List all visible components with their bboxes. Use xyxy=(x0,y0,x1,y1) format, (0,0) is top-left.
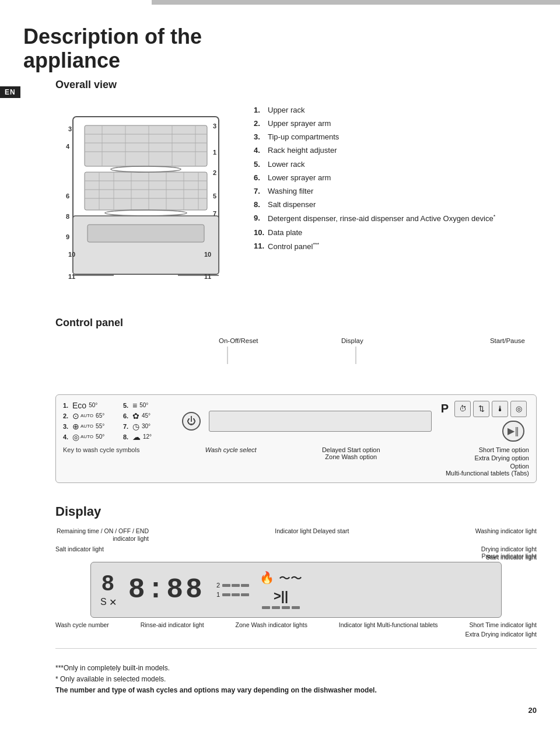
start-pause-button[interactable]: ▶‖ xyxy=(502,421,524,442)
cp-startpause-row: ▶‖ xyxy=(438,421,527,442)
washing-drying-icons: 🔥 〜〜 xyxy=(260,571,302,586)
list-item: 11.Control panel*** xyxy=(254,241,537,253)
option-clock-icon[interactable]: ⏱ xyxy=(454,401,471,417)
overall-view-header: Overall view xyxy=(55,79,537,91)
status-dash xyxy=(272,606,280,609)
status-dash xyxy=(292,606,300,609)
svg-text:9: 9 xyxy=(66,233,69,240)
footnote-1: ***Only in completely built-in models. xyxy=(55,663,537,674)
list-item: 1.Upper rack xyxy=(254,105,537,116)
display-section-title: Display xyxy=(55,504,537,519)
short-time-indicator-label: Short Time indicator light xyxy=(469,621,537,628)
wash-cycle-number-label: Wash cycle number xyxy=(55,621,109,628)
cycle-7[interactable]: 7. ◷ 30° xyxy=(123,422,174,431)
svg-text:4: 4 xyxy=(66,143,70,150)
list-item: 7.Washing filter xyxy=(254,186,537,197)
cycle-8[interactable]: 8. ☁ 12° xyxy=(123,432,174,442)
svg-rect-11 xyxy=(85,172,207,210)
washing-flame-icon: 🔥 xyxy=(260,571,274,586)
svg-text:10: 10 xyxy=(68,251,75,258)
parts-ol: 1.Upper rack 2.Upper sprayer arm 3.Tip-u… xyxy=(254,105,537,253)
page-title: Description of the appliance xyxy=(23,25,537,73)
appliance-svg: 3 3 4 1 2 5 6 8 7 9 10 10 11 11 xyxy=(55,99,236,298)
remaining-time-label: Remaining time / ON / OFF / END indicato… xyxy=(55,527,149,543)
cycle-5[interactable]: 5. ≡ 50° xyxy=(123,401,174,410)
option-zone-icon[interactable]: ⇅ xyxy=(473,401,489,417)
parts-list: 1.Upper rack 2.Upper sprayer arm 3.Tip-u… xyxy=(254,99,537,299)
display-box: 8 S ✕ 8:88 2 xyxy=(90,562,502,618)
footnote-2: * Only available in selected models. xyxy=(55,674,537,685)
overall-view-section: 3 3 4 1 2 5 6 8 7 9 10 10 11 11 xyxy=(55,99,537,299)
svg-text:6: 6 xyxy=(66,193,69,200)
cycle-1[interactable]: 1. Eco 50° xyxy=(63,401,114,410)
svg-text:5: 5 xyxy=(213,193,216,200)
list-item: 2.Upper sprayer arm xyxy=(254,118,537,129)
list-item: 5.Lower rack xyxy=(254,159,537,170)
cycle-6[interactable]: 6. ✿ 45° xyxy=(123,411,174,421)
p-label: P xyxy=(441,402,449,415)
salt-icon: S xyxy=(100,597,107,608)
start-pause-label: Start/Pause xyxy=(490,337,525,344)
display-label: Display xyxy=(341,337,363,344)
start-indicator-row: Start indicator light xyxy=(55,554,537,561)
zone-1-bars xyxy=(222,593,249,596)
zone-wash-lights-label: Zone Wash indicator lights xyxy=(236,621,307,628)
list-item: 8.Salt dispenser xyxy=(254,200,537,210)
annotations-below: Wash cycle number Rinse-aid indicator li… xyxy=(55,621,537,628)
cycle-icons: S ✕ xyxy=(100,597,117,608)
annotation-lines-svg xyxy=(55,337,537,365)
svg-point-23 xyxy=(111,166,181,172)
appliance-diagram: 3 3 4 1 2 5 6 8 7 9 10 10 11 11 xyxy=(55,99,242,299)
status-dash xyxy=(282,606,290,609)
divider xyxy=(55,648,537,649)
control-panel-diagram: 1. Eco 50° 5. ≡ 50° 2. ⊙ AUTO xyxy=(55,394,537,483)
cp-bottom-labels: Key to wash cycle symbols Wash cycle sel… xyxy=(63,446,529,477)
pause-indicator-label: Pause indicator light xyxy=(481,552,537,559)
salt-indicator-label: Salt indicator light xyxy=(55,545,104,552)
zone-dash xyxy=(232,593,240,596)
cycle-4[interactable]: 4. ◎ AUTO 50° xyxy=(63,432,114,442)
list-item: 3.Tip-up compartments xyxy=(254,132,537,142)
cycle-3[interactable]: 3. ⊕ AUTO 55° xyxy=(63,422,114,431)
zone-dash xyxy=(222,593,230,596)
cycle-number-area: 8 S ✕ xyxy=(100,572,117,608)
control-panel-section: Control panel On-Off/Reset Display Start… xyxy=(55,317,537,483)
zone-dash xyxy=(241,584,249,587)
option-tablet-icon[interactable]: ◎ xyxy=(510,401,527,417)
cp-top-right: P ⏱ ⇅ 🌡 ◎ xyxy=(438,401,527,417)
svg-rect-22 xyxy=(88,225,204,242)
svg-rect-2 xyxy=(85,125,207,166)
list-item: 10.Data plate xyxy=(254,228,537,238)
on-off-label: On-Off/Reset xyxy=(219,337,258,344)
drying-indicator-label: Drying indicator light xyxy=(481,545,537,552)
cp-cycles: 1. Eco 50° 5. ≡ 50° 2. ⊙ AUTO xyxy=(63,401,174,442)
drying-wave-icon: 〜〜 xyxy=(279,571,302,586)
wash-cycle-select-label: Wash cycle select xyxy=(205,446,257,477)
svg-text:2: 2 xyxy=(213,169,216,176)
on-off-button[interactable]: ⏻ xyxy=(182,412,201,431)
top-bar xyxy=(152,0,560,5)
start-pause-display-icon: >|| xyxy=(274,589,288,604)
option-heat-icon[interactable]: 🌡 xyxy=(492,401,508,417)
indicator-delayed-label: Indicator light Delayed start xyxy=(275,527,349,543)
zone-1-row: 1 xyxy=(216,591,249,598)
list-item: 4.Rack height adjuster xyxy=(254,145,537,156)
zone-2-bars xyxy=(222,584,249,587)
page: Description of the appliance EN Overall … xyxy=(0,0,560,745)
zone-2-row: 2 xyxy=(216,582,249,589)
spacer xyxy=(292,545,293,552)
page-number: 20 xyxy=(55,706,537,715)
svg-text:10: 10 xyxy=(204,251,211,258)
cp-panel-row: 1. Eco 50° 5. ≡ 50° 2. ⊙ AUTO xyxy=(63,401,529,442)
list-item: 6.Lower sprayer arm xyxy=(254,173,537,183)
status-dashes xyxy=(262,606,300,609)
zone-dash xyxy=(241,593,249,596)
annotations-above: Remaining time / ON / OFF / END indicato… xyxy=(55,527,537,543)
cycle-2[interactable]: 2. ⊙ AUTO 65° xyxy=(63,411,114,421)
extra-drying-below: Extra Drying indicator light xyxy=(55,631,537,638)
footnote-3: The number and type of wash cycles and o… xyxy=(55,685,537,696)
display-section: Display Remaining time / ON / OFF / END … xyxy=(55,504,537,638)
svg-text:11: 11 xyxy=(68,273,75,280)
svg-text:3: 3 xyxy=(68,125,72,132)
control-panel-header: Control panel xyxy=(55,317,537,329)
